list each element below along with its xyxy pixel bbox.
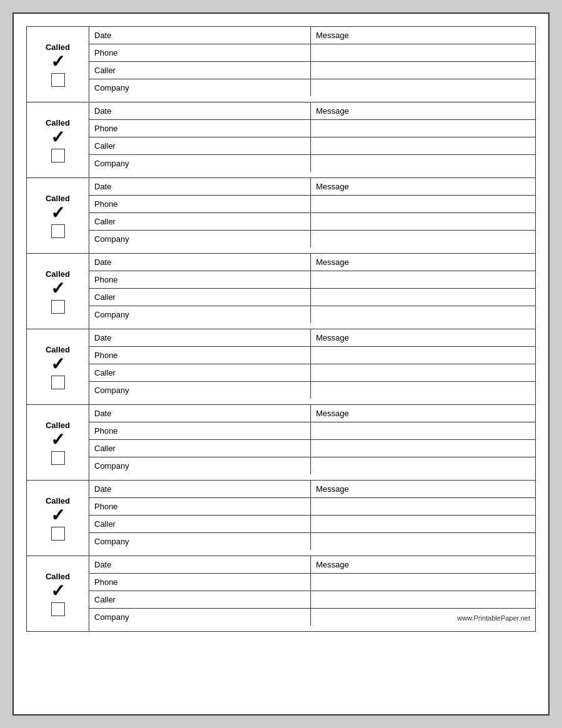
checkbox-3[interactable] [51,300,65,314]
company-label-7: Company [89,609,311,626]
record-block-1: Called ✓ Date Message Phone Caller [27,102,535,178]
company-row-6: Company [89,533,535,550]
called-label-5: Called [46,421,70,430]
company-row-2: Company [89,231,535,247]
date-message-row-3: Date Message [89,254,535,271]
company-value-5 [311,457,535,474]
left-panel-5: Called ✓ [27,405,89,480]
right-panel-3: Date Message Phone Caller Company [89,254,535,329]
caller-value-5 [311,440,535,457]
checkmark-0: ✓ [51,53,65,71]
date-label-2: Date [89,178,311,195]
caller-row-1: Caller [89,137,535,155]
phone-value-7 [311,574,535,591]
date-label-1: Date [89,102,311,119]
right-panel-0: Date Message Phone Caller Company [89,27,535,102]
phone-label-0: Phone [89,44,311,61]
left-panel-7: Called ✓ [27,556,89,631]
company-label-4: Company [89,382,311,399]
phone-row-2: Phone [89,196,535,213]
caller-value-0 [311,62,535,79]
caller-label-1: Caller [89,137,311,154]
form-container: Called ✓ Date Message Phone Caller [26,26,536,632]
checkmark-5: ✓ [51,431,65,449]
caller-label-4: Caller [89,364,311,381]
caller-label-7: Caller [89,591,311,608]
company-row-1: Company [89,155,535,172]
date-message-row-5: Date Message [89,405,535,422]
caller-row-6: Caller [89,516,535,533]
left-panel-4: Called ✓ [27,329,89,404]
phone-label-4: Phone [89,347,311,364]
company-label-1: Company [89,155,311,172]
phone-label-3: Phone [89,271,311,288]
company-value-0 [311,79,535,96]
caller-row-2: Caller [89,213,535,231]
date-label-4: Date [89,329,311,346]
checkbox-0[interactable] [51,73,65,87]
phone-value-4 [311,347,535,364]
caller-value-6 [311,516,535,532]
caller-label-6: Caller [89,516,311,532]
checkbox-5[interactable] [51,451,65,465]
message-label-7: Message [311,556,535,573]
left-panel-3: Called ✓ [27,254,89,329]
right-panel-5: Date Message Phone Caller Company [89,405,535,480]
right-panel-1: Date Message Phone Caller Company [89,102,535,177]
company-value-2 [311,231,535,247]
checkbox-6[interactable] [51,527,65,541]
caller-row-5: Caller [89,440,535,457]
record-block-7: Called ✓ Date Message Phone Caller [27,556,535,631]
company-value-1 [311,155,535,172]
caller-value-7 [311,591,535,608]
phone-row-6: Phone [89,498,535,516]
company-value-7: www.PrintablePaper.net [311,609,535,626]
left-panel-1: Called ✓ [27,102,89,177]
checkmark-4: ✓ [51,356,65,373]
checkbox-1[interactable] [51,149,65,162]
caller-row-3: Caller [89,289,535,306]
company-row-5: Company [89,457,535,474]
watermark: www.PrintablePaper.net [457,614,530,622]
page: Called ✓ Date Message Phone Caller [12,12,550,716]
company-label-3: Company [89,306,311,323]
phone-label-6: Phone [89,498,311,515]
checkmark-2: ✓ [51,204,65,222]
right-panel-2: Date Message Phone Caller Company [89,178,535,253]
checkbox-7[interactable] [51,602,65,616]
phone-row-0: Phone [89,44,535,62]
record-block-5: Called ✓ Date Message Phone Caller [27,405,535,481]
called-label-2: Called [46,194,70,203]
phone-value-1 [311,120,535,137]
company-row-0: Company [89,79,535,96]
phone-label-1: Phone [89,120,311,137]
left-panel-2: Called ✓ [27,178,89,253]
called-label-3: Called [46,269,70,279]
company-label-5: Company [89,457,311,474]
caller-label-2: Caller [89,213,311,230]
caller-label-0: Caller [89,62,311,79]
record-block-0: Called ✓ Date Message Phone Caller [27,27,535,102]
phone-value-3 [311,271,535,288]
caller-row-7: Caller [89,591,535,609]
message-label-4: Message [311,329,535,346]
called-label-7: Called [46,572,70,581]
caller-value-1 [311,137,535,154]
caller-row-4: Caller [89,364,535,382]
company-row-7: Company www.PrintablePaper.net [89,609,535,626]
caller-row-0: Caller [89,62,535,79]
checkmark-3: ✓ [51,280,65,297]
record-block-3: Called ✓ Date Message Phone Caller [27,254,535,329]
left-panel-6: Called ✓ [27,481,89,556]
phone-row-7: Phone [89,574,535,591]
called-label-1: Called [46,118,70,127]
checkbox-4[interactable] [51,376,65,389]
company-row-3: Company [89,306,535,323]
date-label-5: Date [89,405,311,422]
checkmark-6: ✓ [51,507,65,524]
caller-label-5: Caller [89,440,311,457]
called-label-4: Called [46,345,70,354]
message-label-1: Message [311,102,535,119]
checkbox-2[interactable] [51,224,65,238]
message-label-6: Message [311,481,535,497]
